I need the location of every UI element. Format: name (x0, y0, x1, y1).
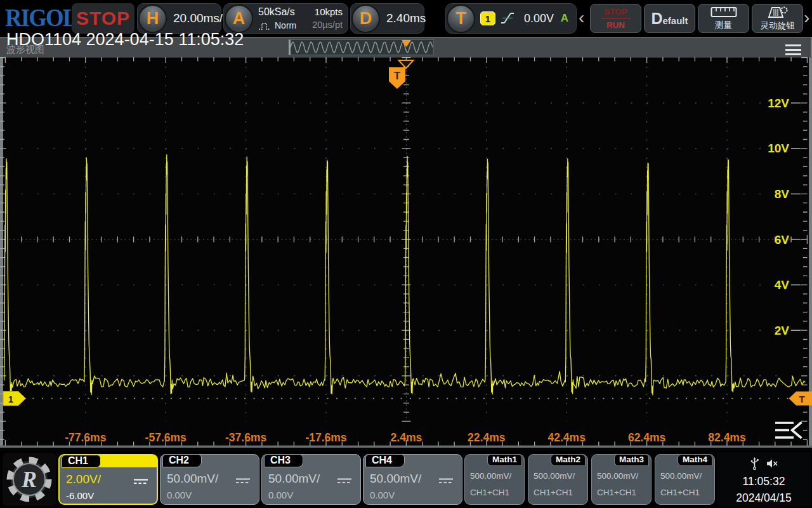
math-scale: 500.00mV/ (470, 471, 511, 481)
active-highlight (99, 455, 157, 467)
trigger-level-marker[interactable]: T (789, 392, 812, 406)
page-title: HDO1104 2024-04-15 11:05:32 (6, 30, 244, 50)
channel-scale: 2.00V/ (66, 472, 101, 486)
clock-time: 11:05:32 (717, 475, 811, 488)
math-scale: 500.00mV/ (597, 471, 638, 481)
oscilloscope-screen: RIGOL STOP H 20.00ms/ A 50kSa/s 10kpts N… (0, 0, 812, 508)
v-axis-label: 4V (775, 278, 790, 291)
v-axis-label: 6V (775, 233, 790, 246)
channel-card-ch2[interactable]: CH2 50.00mV/ 0.00V (160, 454, 259, 505)
time-per-point: 20µs/pt (312, 20, 343, 30)
clock-panel: 11:05:32 2024/04/15 (717, 452, 811, 507)
t-axis-label: 22.4ms (468, 431, 506, 444)
clock-date: 2024/04/15 (717, 491, 811, 505)
channel-card-ch1[interactable]: CH1 2.00V/ -6.00V (58, 454, 158, 505)
stop-run-button[interactable]: STOP RUN (590, 4, 641, 33)
ruler-icon (710, 6, 737, 18)
acquisition-status-badge[interactable]: STOP (72, 3, 134, 34)
t-axis-label: -17.6ms (305, 431, 346, 444)
dc-coupling-icon (438, 476, 454, 487)
divider (601, 18, 631, 19)
channel-card-ch4[interactable]: CH4 50.00mV/ 0.00V (363, 454, 462, 505)
left-rail (0, 57, 3, 446)
preview-trigger-icon[interactable] (402, 40, 411, 47)
expand-menu-icon[interactable] (775, 422, 802, 438)
t-axis-label: -77.6ms (65, 431, 106, 444)
math-expression: CH1+CH1 (470, 488, 509, 497)
rigol-gear-logo[interactable]: R (3, 453, 56, 506)
channel-scale: 50.00mV/ (370, 472, 421, 486)
waveform-display[interactable]: 12V10V8V6V4V2V-77.6ms-57.6ms-37.6ms-17.6… (0, 57, 812, 451)
trigger-position-marker[interactable]: T (389, 60, 414, 89)
bottom-separator (0, 446, 812, 448)
usb-icon (750, 457, 759, 470)
svg-text:T: T (394, 70, 401, 82)
v-axis-label: 12V (768, 97, 789, 110)
t-axis-label: -37.6ms (225, 431, 266, 444)
timebase-value: 20.00ms/ (173, 11, 223, 25)
quick-knob-button[interactable]: 灵动旋钮 (752, 4, 803, 33)
math-card-math2[interactable]: Math2 500.00mV/ CH1+CH1 (528, 454, 588, 505)
horizontal-timebase-group[interactable]: H 20.00ms/ (137, 3, 221, 34)
channel-scale: 50.00mV/ (268, 472, 320, 486)
math-tab: Math4 (678, 454, 712, 466)
rigol-logo: RIGOL (5, 3, 77, 32)
channel-ground-marker[interactable]: 1 (3, 392, 26, 406)
waveform-overview-bar[interactable] (289, 39, 434, 55)
t-axis-label: 62.4ms (628, 431, 666, 444)
math-expression: CH1+CH1 (597, 488, 636, 497)
math-card-math1[interactable]: Math1 500.00mV/ CH1+CH1 (464, 454, 525, 505)
trigger-group[interactable]: T 1 0.00V A (445, 3, 577, 34)
svg-text:R: R (21, 467, 37, 492)
channel-tab: CH3 (264, 454, 303, 467)
delay-knob[interactable]: D (351, 4, 380, 33)
delay-group[interactable]: D 2.40ms (350, 3, 424, 34)
math-scale: 500.00mV/ (660, 471, 702, 481)
acquire-group[interactable]: A 50kSa/s 10kpts Norm 20µs/pt (223, 3, 348, 34)
trigger-knob[interactable]: T (447, 4, 475, 33)
t-axis-label: 42.4ms (548, 431, 586, 444)
sample-rate: 50kSa/s (258, 6, 295, 18)
v-axis-label: 8V (775, 187, 790, 201)
measure-button[interactable]: 测量 (698, 4, 749, 33)
math-tab: Math3 (614, 454, 649, 466)
dc-coupling-icon (133, 476, 149, 488)
trigger-source-badge: 1 (480, 11, 495, 25)
channel-scale: 50.00mV/ (167, 472, 218, 486)
ch1-trace (4, 155, 806, 395)
dc-coupling-icon (235, 476, 251, 487)
delay-value: 2.40ms (386, 11, 426, 25)
svg-text:1: 1 (8, 394, 13, 404)
trigger-sweep-mode: A (561, 12, 568, 25)
right-rail (809, 57, 812, 446)
menu-icon[interactable] (785, 44, 801, 58)
channel-offset: 0.00V (167, 490, 192, 500)
speaker-muted-icon (766, 457, 778, 470)
dc-coupling-icon (336, 476, 353, 487)
horizontal-knob[interactable]: H (138, 4, 167, 33)
math-tab: Math1 (487, 454, 522, 466)
channel-tab: CH2 (162, 454, 202, 467)
channel-offset: -6.00V (66, 490, 94, 501)
math-scale: 500.00mV/ (534, 471, 575, 481)
math-expression: CH1+CH1 (534, 488, 573, 497)
t-axis-label: -57.6ms (145, 431, 187, 444)
default-button[interactable]: Default (644, 4, 695, 33)
acquire-mode: Norm (258, 20, 296, 30)
math-tab: Math2 (551, 454, 586, 466)
acquire-knob[interactable]: A (225, 4, 253, 33)
channel-card-ch3[interactable]: CH3 50.00mV/ 0.00V (261, 454, 361, 505)
toolbar-scroll-left-icon[interactable]: ‹ (579, 8, 584, 28)
trigger-level-value: 0.00V (524, 12, 554, 25)
v-axis-label: 2V (775, 324, 790, 337)
t-axis-label: 82.4ms (708, 431, 746, 444)
toolbar-scroll-right-icon[interactable]: › (804, 8, 809, 28)
svg-text:T: T (799, 394, 804, 404)
channel-tab: CH4 (365, 454, 405, 467)
math-card-math3[interactable]: Math3 500.00mV/ CH1+CH1 (591, 454, 652, 505)
math-expression: CH1+CH1 (660, 488, 700, 497)
pulse-wave-icon (258, 22, 272, 30)
rising-edge-icon (499, 10, 516, 27)
memory-depth: 10kpts (315, 6, 343, 17)
math-card-math4[interactable]: Math4 500.00mV/ CH1+CH1 (655, 454, 715, 505)
